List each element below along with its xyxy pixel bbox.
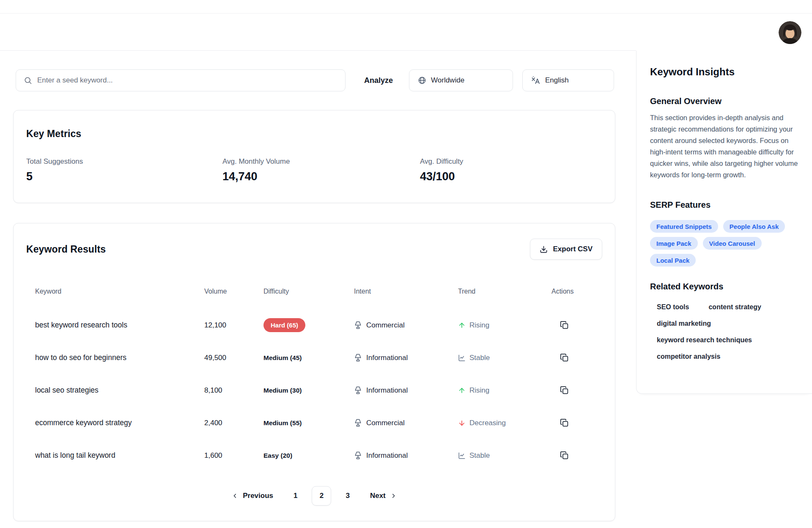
search-icon [24,76,32,85]
keyword-text: what is long tail keyword [35,451,115,460]
export-csv-button[interactable]: Export CSV [530,239,602,260]
table-header-row: KeywordVolumeDifficultyIntentTrendAction… [35,285,593,298]
serp-feature-tag[interactable]: Local Pack [650,254,696,267]
copy-keyword-button[interactable] [560,321,569,330]
trend-text: Stable [469,451,490,460]
trend-up-icon [458,387,466,394]
metric-value: 43/100 [420,170,602,183]
keyword-insights-panel: Keyword Insights General Overview This s… [636,51,812,394]
previous-button[interactable]: Previous [232,492,273,500]
metrics-row: Total Suggestions 5 Avg. Monthly Volume … [26,157,602,183]
related-keyword[interactable]: competitor analysis [657,353,720,360]
volume-text: 12,100 [204,321,226,330]
table-body: best keyword research tools 12,100 Hard … [35,309,593,472]
copy-keyword-button[interactable] [560,451,569,460]
column-header-volume: Volume [204,288,263,295]
intent-text: Commercial [366,419,405,427]
difficulty-cell: Medium (55) [263,419,354,427]
copy-keyword-button[interactable] [560,353,569,362]
user-avatar[interactable] [779,21,801,44]
difficulty-cell: Medium (30) [263,387,354,394]
trend-text: Rising [469,386,489,395]
insights-title: Keyword Insights [650,66,803,78]
actions-cell [551,418,595,427]
intent-cell: Commercial [354,419,458,427]
keyword-results-card: Keyword Results Export CSV KeywordVolume… [13,223,615,521]
metric-label: Total Suggestions [26,157,222,166]
copy-keyword-button[interactable] [560,418,569,427]
lamp-intent-icon [354,321,362,329]
keyword-results-title: Keyword Results [26,244,106,255]
lamp-intent-icon [354,451,362,459]
table-row: best keyword research tools 12,100 Hard … [35,309,593,341]
related-keyword[interactable]: SEO tools [657,303,689,311]
keyword-cell: ecommerce keyword strategy [35,418,204,427]
general-overview-title: General Overview [650,96,803,106]
search-toolbar: Analyze Worldwide English [16,69,616,91]
metric: Avg. Difficulty 43/100 [420,157,602,183]
actions-cell [551,321,595,330]
header-divider [0,50,636,51]
trend-down-icon [458,419,466,427]
related-keyword[interactable]: digital marketing [657,320,711,327]
serp-feature-tag[interactable]: People Also Ask [723,220,785,233]
difficulty-badge: Easy (20) [263,452,292,459]
previous-label: Previous [243,492,273,500]
page-2-button[interactable]: 2 [312,486,331,506]
related-keyword-row: digital marketing [657,320,803,327]
keyword-cell: what is long tail keyword [35,451,204,460]
intent-cell: Informational [354,386,458,395]
difficulty-badge: Medium (45) [263,354,302,362]
language-select[interactable]: English [522,69,614,91]
copy-keyword-button[interactable] [560,386,569,395]
region-select[interactable]: Worldwide [409,69,513,91]
trend-text: Rising [469,321,489,330]
related-keywords-list: SEO toolscontent strategydigital marketi… [650,303,803,360]
actions-cell [551,353,595,362]
keyword-table: KeywordVolumeDifficultyIntentTrendAction… [26,285,602,472]
serp-feature-tags: Featured SnippetsPeople Also AskImage Pa… [650,220,803,267]
search-input[interactable] [37,76,337,85]
trend-stable-chart-icon [458,354,466,362]
actions-cell [551,451,595,460]
related-keyword-row: keyword research techniques [657,336,803,344]
keyword-research-page: Analyze Worldwide English Key Metrics [0,0,812,528]
related-keyword[interactable]: content strategy [708,303,761,311]
page-1-button[interactable]: 1 [294,492,297,500]
trend-cell: Rising [458,321,551,330]
serp-feature-tag[interactable]: Image Pack [650,237,698,250]
page-numbers: 123 [294,486,350,506]
related-keyword-row: SEO toolscontent strategy [657,303,803,311]
metric: Avg. Monthly Volume 14,740 [222,157,420,183]
lamp-intent-icon [354,419,362,427]
page-3-button[interactable]: 3 [346,492,349,500]
keyword-text: best keyword research tools [35,321,127,330]
intent-text: Informational [366,451,408,460]
next-label: Next [370,492,386,500]
actions-cell [551,386,595,395]
related-keyword[interactable]: keyword research techniques [657,336,752,344]
difficulty-badge: Hard (65) [263,318,305,332]
serp-feature-tag[interactable]: Featured Snippets [650,220,718,233]
export-csv-label: Export CSV [553,245,593,253]
analyze-button[interactable]: Analyze [364,76,393,85]
difficulty-cell: Easy (20) [263,452,354,459]
intent-text: Informational [366,354,408,362]
key-metrics-title: Key Metrics [26,128,602,140]
chevron-left-icon [232,492,239,499]
keyword-cell: local seo strategies [35,386,204,395]
column-header-actions: Actions [551,288,595,295]
results-header: Keyword Results Export CSV [26,239,602,260]
volume-cell: 49,500 [204,354,263,362]
next-button[interactable]: Next [370,492,397,500]
top-divider [0,13,812,14]
trend-cell: Stable [458,354,551,362]
serp-feature-tag[interactable]: Video Carousel [703,237,762,250]
difficulty-badge: Medium (55) [263,419,302,427]
volume-text: 2,400 [204,419,222,427]
volume-text: 49,500 [204,354,226,362]
pagination: Previous 123 Next [26,486,602,506]
translate-icon [531,76,540,85]
region-select-value: Worldwide [431,76,464,85]
trend-cell: Decreasing [458,419,551,427]
